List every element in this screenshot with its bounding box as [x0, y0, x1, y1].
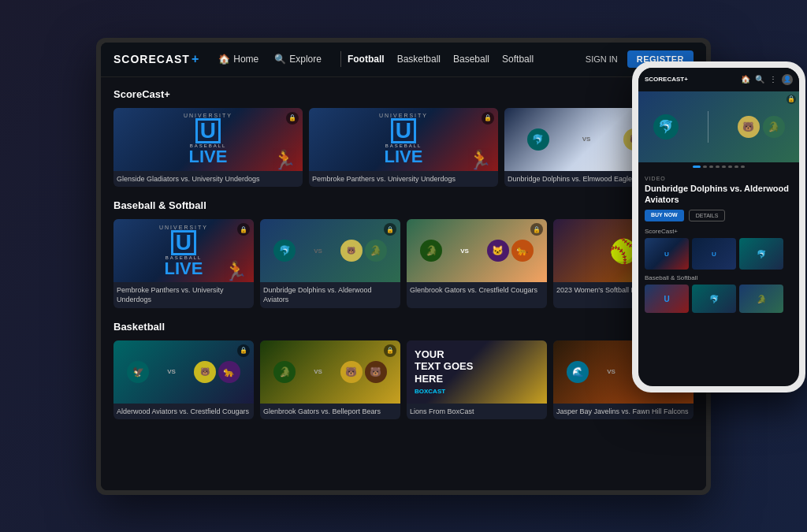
dot-6 [728, 166, 732, 168]
lock-icon: 🔒 [237, 344, 250, 357]
dolphin-logo: 🐬 [527, 128, 549, 151]
mobile-video-title: Dunbridge Dolphins vs. Alderwood Aviator… [645, 183, 793, 206]
section-title-scorecast: ScoreCast+ [113, 88, 694, 100]
mobile-hero: 🐬 🐻 🐊 🔒 [638, 91, 799, 162]
gator-logo: 🐊 [365, 240, 387, 262]
mobile-bear-logo: 🐻 [738, 116, 760, 138]
section-title-basketball: Basketball [113, 321, 694, 333]
mobile-mini-cards: U U 🐬 [645, 238, 793, 270]
nav-link-softball[interactable]: Softball [502, 54, 534, 65]
boxcast-text: YOUR TEXT GOES HERE [415, 348, 473, 385]
mobile-search-icon[interactable]: 🔍 [755, 75, 764, 84]
card-label-jasper: Jasper Bay Javelins vs. Fawn Hill Falcon… [553, 404, 694, 420]
mobile-buy-button[interactable]: BUY NOW [645, 210, 684, 221]
bear-logo2: 🐻 [340, 240, 363, 262]
mobile-lock-icon: 🔒 [787, 95, 796, 104]
bear-logo3: 🐻 [194, 361, 216, 383]
nav-link-football[interactable]: Football [348, 54, 385, 65]
card-glenbrook-belleport[interactable]: 🐊 VS 🐻 🐻 🔒 Glenbrook Gators vs. Bellepor… [260, 340, 400, 420]
cougar-logo2: 🐆 [511, 240, 534, 262]
mobile-gator-logo: 🐊 [763, 116, 785, 138]
mobile-details-button[interactable]: DETAILS [689, 210, 726, 221]
mobile-bottom-card-3[interactable]: 🐊 [739, 285, 783, 313]
nav-home-item[interactable]: 🏠 Home [212, 50, 265, 68]
card-pembroke-2[interactable]: UNIVERSITY U BASEBALL LIVE 🏃 🔒 Pembroke … [113, 219, 254, 307]
nav-link-baseball[interactable]: Baseball [453, 54, 489, 65]
mobile-bottom-card-2[interactable]: 🐬 [692, 285, 736, 313]
dot-8 [741, 166, 745, 168]
card-label-alderwood: Alderwood Aviators vs. Crestfield Cougar… [113, 404, 254, 420]
dot-1 [693, 166, 701, 168]
cougar-logo: 🐱 [487, 240, 509, 262]
mobile-bottom-card-1[interactable]: U [645, 285, 689, 313]
cougar-logo3: 🐆 [218, 361, 240, 383]
mobile-baseball-softball-label: Baseball & Softball [645, 274, 793, 281]
mobile-scroll-area: 🐬 🐻 🐊 🔒 [638, 91, 799, 386]
dot-5 [722, 166, 726, 168]
sign-in-button[interactable]: SIGN IN [586, 54, 618, 64]
nav-explore-item[interactable]: 🔍 Explore [268, 50, 328, 68]
nav-logo: SCORECAST+ [113, 52, 199, 66]
baseball-cards-row: UNIVERSITY U BASEBALL LIVE 🏃 🔒 Pembroke … [113, 219, 694, 307]
mobile-mini-card-2[interactable]: U [692, 238, 736, 270]
bear-logo5: 🐻 [365, 361, 387, 383]
mobile-screen: SCORECAST+ 🏠 🔍 ⋮ 👤 🐬 🐻 🐊 � [638, 68, 799, 386]
mobile-action-buttons: BUY NOW DETAILS [645, 210, 793, 221]
mobile-bottom-cards: U 🐬 🐊 [645, 285, 793, 313]
laptop-frame: SCORECAST+ 🏠 Home 🔍 Explore Football Bas… [96, 38, 711, 495]
nav-bar: SCORECAST+ 🏠 Home 🔍 Explore Football Bas… [101, 43, 706, 77]
section-title-baseball: Baseball & Softball [113, 199, 694, 211]
dot-2 [703, 166, 707, 168]
lock-icon: 🔒 [286, 112, 299, 125]
card-label-glenbrook: Glenbrook Gators vs. Belleport Bears [260, 404, 400, 420]
mobile-home-icon[interactable]: 🏠 [741, 75, 750, 84]
card-label-pembroke: Pembroke Panthers vs. University Underdo… [309, 171, 498, 188]
dot-3 [709, 166, 713, 168]
mobile-frame: SCORECAST+ 🏠 🔍 ⋮ 👤 🐬 🐻 🐊 � [632, 61, 805, 392]
bear-logo4: 🐻 [340, 361, 363, 383]
card-label-glenside: Glenside Gladiators vs. University Under… [113, 171, 303, 188]
nav-divider [340, 51, 341, 67]
mobile-mini-card-3[interactable]: 🐬 [739, 238, 783, 270]
card-gators-cougars[interactable]: 🐊 VS 🐱 🐆 🔒 Glenbrook Gators vs. Crestfie… [407, 219, 547, 307]
card-label-boxcast: Lions From BoxCast [407, 404, 547, 420]
gator-logo3: 🐊 [273, 361, 296, 383]
dot-4 [716, 166, 720, 168]
logo-plus: + [192, 52, 199, 66]
mobile-nav: SCORECAST+ 🏠 🔍 ⋮ 👤 [638, 68, 799, 91]
scorecast-cards-row: UNIVERSITY U BASEBALL LIVE 🏃 🔒 Glenside [113, 108, 694, 188]
dolphin-logo2: 🐬 [273, 240, 296, 262]
lock-icon: 🔒 [482, 112, 494, 125]
mobile-scorecast-label: ScoreCast+ [645, 228, 793, 235]
mobile-more-icon[interactable]: ⋮ [769, 75, 777, 84]
lock-icon: 🔒 [384, 344, 396, 357]
mobile-icons: 🏠 🔍 ⋮ 👤 [741, 74, 793, 85]
card-alderwood-crestfield[interactable]: 🦅 VS 🐻 🐆 🔒 Alderwood Aviators vs. Crestf… [113, 340, 254, 420]
boxcast-logo: BOXCAST [415, 388, 445, 395]
nav-links: Football Basketball Baseball Softball [348, 54, 586, 65]
card-dolphins-alderwood[interactable]: 🐬 VS 🐻 🐊 🔒 Dunbridge Dolphins vs. Alderw… [260, 219, 400, 307]
aviator-logo: 🦅 [127, 361, 149, 383]
home-label: Home [233, 54, 258, 65]
mobile-mini-card-1[interactable]: U [645, 238, 689, 270]
mobile-dolphin-logo: 🐬 [653, 114, 679, 140]
laptop-screen: SCORECAST+ 🏠 Home 🔍 Explore Football Bas… [101, 43, 706, 490]
basketball-cards-row: 🦅 VS 🐻 🐆 🔒 Alderwood Aviators vs. Crestf… [113, 340, 694, 420]
card-glenside[interactable]: UNIVERSITY U BASEBALL LIVE 🏃 🔒 Glenside [113, 108, 303, 188]
card-boxcast[interactable]: YOUR TEXT GOES HERE BOXCAST Lions From B… [407, 340, 547, 420]
logo-text: SCORECAST [113, 53, 190, 65]
dot-7 [734, 166, 738, 168]
main-content: ScoreCast+ UNIVERSITY U BASEBALL LI [101, 77, 706, 490]
home-icon: 🏠 [218, 54, 230, 65]
card-label-gators-cougars: Glenbrook Gators vs. Crestfield Cougars [407, 282, 547, 299]
mobile-carousel-dots [638, 162, 799, 171]
card-label-dolphins-alderwood: Dunbridge Dolphins vs. Alderwood Aviator… [260, 282, 400, 307]
card-label-pembroke2: Pembroke Panthers vs. University Underdo… [113, 282, 254, 307]
explore-label: Explore [289, 54, 322, 65]
nav-link-basketball[interactable]: Basketball [397, 54, 441, 65]
mobile-user-icon[interactable]: 👤 [782, 74, 793, 85]
mobile-video-section: VIDEO Dunbridge Dolphins vs. Alderwood A… [638, 171, 799, 318]
mobile-video-label: VIDEO [645, 176, 793, 181]
card-pembroke[interactable]: UNIVERSITY U BASEBALL LIVE 🏃 🔒 Pembroke [309, 108, 498, 188]
javelin-logo: 🌊 [567, 361, 589, 383]
